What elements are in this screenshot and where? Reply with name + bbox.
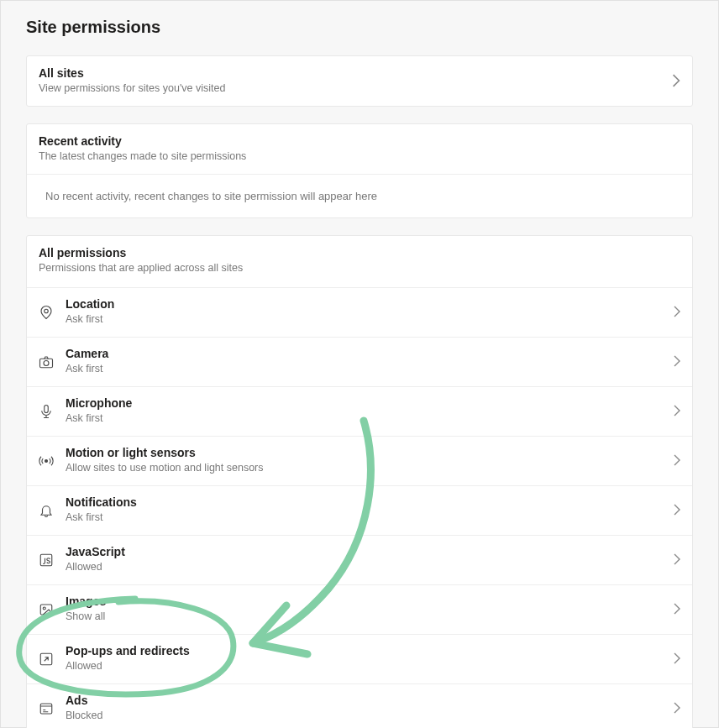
svg-rect-1 bbox=[40, 359, 53, 368]
chevron-right-icon bbox=[674, 405, 680, 416]
recent-activity-card: Recent activity The latest changes made … bbox=[26, 123, 693, 218]
permission-label: JavaScript bbox=[66, 545, 674, 558]
chevron-right-icon bbox=[674, 652, 680, 664]
camera-icon bbox=[39, 353, 66, 369]
location-icon bbox=[39, 303, 66, 320]
permission-status: Ask first bbox=[66, 412, 674, 424]
chevron-right-icon bbox=[674, 504, 680, 516]
svg-rect-5 bbox=[40, 554, 52, 566]
svg-point-2 bbox=[44, 360, 49, 365]
js-icon bbox=[39, 551, 66, 568]
svg-point-4 bbox=[45, 459, 48, 462]
permission-label: Pop-ups and redirects bbox=[66, 644, 674, 657]
all-permissions-title: All permissions bbox=[39, 246, 680, 259]
permission-camera[interactable]: Camera Ask first bbox=[27, 338, 692, 387]
permission-label: Motion or light sensors bbox=[66, 446, 674, 459]
permission-javascript[interactable]: JavaScript Allowed bbox=[27, 536, 692, 585]
microphone-icon bbox=[39, 402, 66, 419]
permission-microphone[interactable]: Microphone Ask first bbox=[27, 387, 692, 437]
svg-point-0 bbox=[45, 309, 49, 313]
svg-rect-3 bbox=[45, 405, 49, 412]
all-sites-card[interactable]: All sites View permissions for sites you… bbox=[26, 55, 693, 107]
motion-icon bbox=[39, 452, 66, 469]
permission-label: Location bbox=[66, 297, 674, 311]
chevron-right-icon bbox=[674, 603, 680, 615]
image-icon bbox=[39, 600, 66, 617]
permission-status: Allowed bbox=[66, 660, 674, 672]
chevron-right-icon bbox=[674, 306, 680, 317]
permission-status: Ask first bbox=[66, 363, 674, 374]
permission-label: Ads bbox=[66, 694, 674, 707]
permission-status: Ask first bbox=[66, 511, 674, 523]
permission-location[interactable]: Location Ask first bbox=[27, 288, 692, 338]
all-permissions-subtitle: Permissions that are applied across all … bbox=[39, 262, 680, 274]
permission-label: Images bbox=[66, 594, 674, 608]
popup-icon bbox=[39, 650, 66, 667]
permission-status: Show all bbox=[66, 610, 674, 622]
chevron-right-icon bbox=[674, 702, 680, 714]
svg-point-7 bbox=[43, 607, 45, 610]
permission-status: Allow sites to use motion and light sens… bbox=[66, 462, 674, 474]
page-title: Site permissions bbox=[26, 18, 693, 37]
permission-status: Allowed bbox=[66, 561, 674, 573]
all-sites-title: All sites bbox=[39, 66, 225, 80]
ads-icon bbox=[39, 699, 66, 716]
bell-icon bbox=[39, 501, 66, 518]
svg-rect-6 bbox=[40, 605, 52, 615]
permission-motion-sensors[interactable]: Motion or light sensors Allow sites to u… bbox=[27, 437, 692, 486]
permission-ads[interactable]: Ads Blocked bbox=[27, 684, 692, 728]
recent-activity-title: Recent activity bbox=[39, 134, 680, 148]
all-sites-subtitle: View permissions for sites you've visite… bbox=[39, 82, 225, 94]
recent-activity-empty: No recent activity, recent changes to si… bbox=[27, 174, 692, 217]
chevron-right-icon bbox=[674, 355, 680, 367]
permission-popups-redirects[interactable]: Pop-ups and redirects Allowed bbox=[27, 635, 692, 684]
permission-label: Notifications bbox=[66, 495, 674, 509]
recent-activity-subtitle: The latest changes made to site permissi… bbox=[39, 150, 680, 162]
permission-status: Blocked bbox=[66, 710, 674, 721]
permission-images[interactable]: Images Show all bbox=[27, 585, 692, 635]
permission-label: Camera bbox=[66, 347, 674, 360]
all-permissions-card: All permissions Permissions that are app… bbox=[26, 235, 693, 728]
permission-status: Ask first bbox=[66, 313, 674, 325]
chevron-right-icon bbox=[672, 74, 680, 87]
chevron-right-icon bbox=[674, 454, 680, 466]
permission-label: Microphone bbox=[66, 396, 674, 410]
chevron-right-icon bbox=[674, 553, 680, 565]
permission-notifications[interactable]: Notifications Ask first bbox=[27, 486, 692, 536]
